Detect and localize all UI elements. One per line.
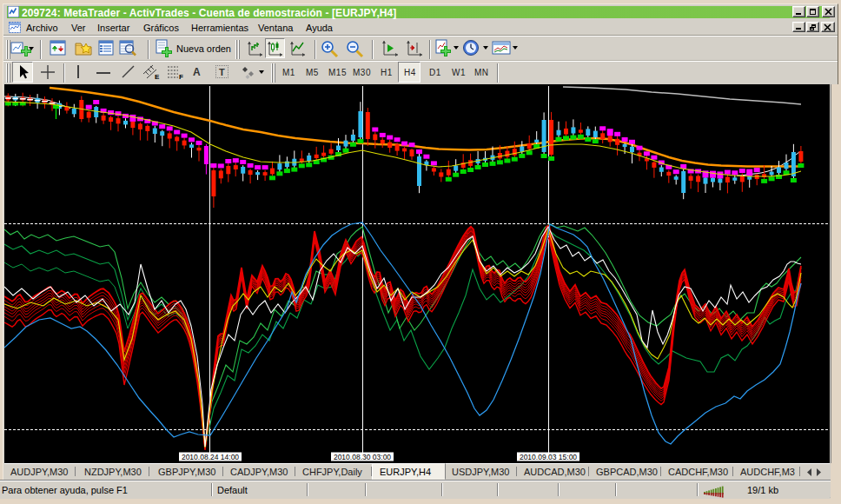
svg-text:F: F [179, 73, 183, 81]
svg-text:2010.09.03 15:00: 2010.09.03 15:00 [520, 453, 577, 461]
svg-text:2010.08.24 14:00: 2010.08.24 14:00 [182, 453, 239, 461]
svg-text:2010.08.30 03:00: 2010.08.30 03:00 [334, 453, 391, 461]
svg-text:E: E [155, 73, 160, 81]
